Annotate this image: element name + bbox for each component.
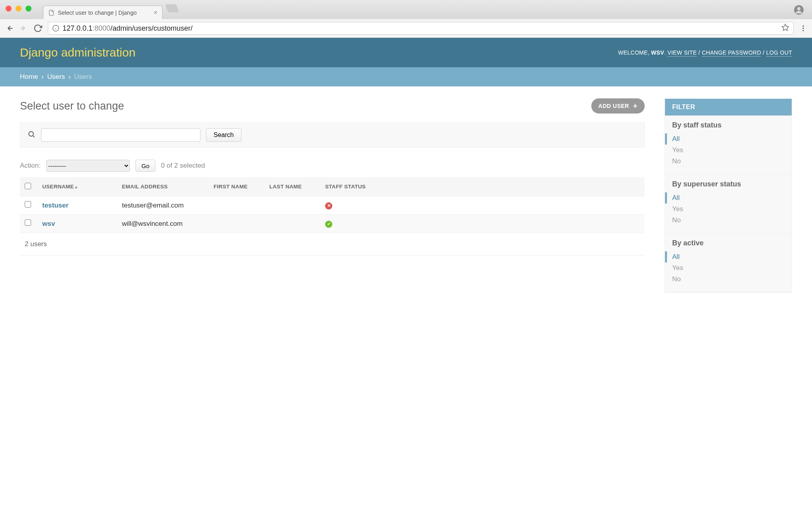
close-tab-icon[interactable]: × — [154, 9, 157, 16]
svg-line-12 — [33, 136, 35, 137]
filter-option[interactable]: Yes — [672, 262, 785, 274]
address-bar[interactable]: 127.0.0.1:8000/admin/users/customuser/ — [48, 22, 794, 35]
col-last-name[interactable]: LAST NAME — [265, 177, 320, 196]
plus-icon: + — [633, 102, 637, 110]
filter-group-label: By superuser status — [672, 180, 785, 188]
filter-option[interactable]: All — [665, 192, 785, 204]
check-icon: ✓ — [325, 221, 332, 228]
users-table: USERNAME▲ EMAIL ADDRESS FIRST NAME LAST … — [20, 177, 645, 233]
bookmark-star-icon[interactable] — [781, 23, 789, 33]
browser-menu-button[interactable] — [799, 24, 807, 32]
window-controls — [6, 6, 31, 12]
filter-option[interactable]: No — [672, 215, 785, 226]
user-tools: WELCOME, WSV. VIEW SITE / CHANGE PASSWOR… — [618, 49, 792, 56]
page-title: Select user to change — [20, 100, 124, 112]
svg-marker-7 — [782, 24, 789, 30]
cell-email: testuser@email.com — [117, 196, 209, 215]
cell-first-name — [209, 215, 265, 233]
cell-email: will@wsvincent.com — [117, 215, 209, 233]
filter-option[interactable]: No — [672, 274, 785, 285]
profile-icon[interactable] — [794, 5, 804, 15]
browser-tab-bar: Select user to change | Django × — [0, 0, 812, 19]
site-info-icon[interactable] — [52, 25, 59, 32]
url-host: 127.0.0.1:8000/admin/users/customuser/ — [63, 24, 192, 33]
svg-point-11 — [29, 131, 33, 136]
django-header: Django administration WELCOME, WSV. VIEW… — [0, 38, 812, 67]
cell-last-name — [265, 196, 320, 215]
user-link[interactable]: testuser — [42, 202, 69, 209]
filter-option[interactable]: Yes — [672, 204, 785, 215]
new-tab-button[interactable] — [165, 4, 179, 12]
select-all-checkbox[interactable] — [25, 183, 31, 189]
col-first-name[interactable]: FIRST NAME — [209, 177, 265, 196]
user-link[interactable]: wsv — [42, 220, 55, 227]
svg-point-9 — [802, 27, 804, 29]
search-input[interactable] — [41, 128, 200, 142]
svg-point-1 — [797, 7, 801, 10]
paginator: 2 users — [20, 233, 645, 256]
action-select[interactable]: --------- — [46, 160, 130, 172]
filter-option[interactable]: Yes — [672, 145, 785, 156]
add-user-button[interactable]: ADD USER + — [591, 98, 645, 114]
browser-toolbar: 127.0.0.1:8000/admin/users/customuser/ — [0, 19, 812, 38]
col-username[interactable]: USERNAME — [42, 184, 74, 190]
username-display: WSV — [651, 49, 664, 56]
go-button[interactable]: Go — [135, 160, 155, 172]
table-row: testusertestuser@email.com✕ — [20, 196, 645, 215]
cross-icon: ✕ — [325, 202, 332, 210]
search-button[interactable]: Search — [206, 128, 241, 142]
cell-first-name — [209, 196, 265, 215]
table-row: wsvwill@wsvincent.com✓ — [20, 215, 645, 233]
page-icon — [48, 10, 55, 16]
row-checkbox[interactable] — [25, 219, 31, 226]
actions-row: Action: --------- Go 0 of 2 selected — [20, 160, 645, 172]
close-window-icon[interactable] — [6, 6, 12, 12]
welcome-text: WELCOME, — [618, 49, 651, 56]
change-password-link[interactable]: CHANGE PASSWORD — [702, 49, 761, 57]
add-user-label: ADD USER — [598, 103, 629, 109]
cell-last-name — [265, 215, 320, 233]
logout-link[interactable]: LOG OUT — [766, 49, 792, 57]
search-icon — [27, 130, 35, 140]
filter-group: By activeAllYesNo — [665, 233, 792, 292]
row-checkbox[interactable] — [25, 201, 31, 208]
selection-count: 0 of 2 selected — [161, 162, 205, 170]
filter-group: By staff statusAllYesNo — [665, 116, 792, 174]
tab-title: Select user to change | Django — [58, 10, 137, 16]
filter-title: FILTER — [665, 99, 792, 116]
filter-option[interactable]: All — [665, 133, 785, 145]
filter-option[interactable]: All — [665, 251, 785, 262]
forward-button — [19, 24, 28, 33]
sort-asc-icon[interactable]: ▲ — [74, 184, 78, 189]
view-site-link[interactable]: VIEW SITE — [667, 49, 697, 57]
minimize-window-icon[interactable] — [16, 6, 22, 12]
col-staff-status[interactable]: STAFF STATUS — [320, 177, 645, 196]
filter-group-label: By active — [672, 239, 785, 247]
svg-point-8 — [802, 25, 804, 27]
breadcrumb: Home › Users › Users — [0, 67, 812, 86]
filter-group: By superuser statusAllYesNo — [665, 174, 792, 233]
filter-option[interactable]: No — [672, 156, 785, 167]
search-bar: Search — [20, 122, 645, 148]
reload-button[interactable] — [33, 24, 42, 33]
site-title: Django administration — [20, 46, 135, 59]
filter-group-label: By staff status — [672, 121, 785, 129]
maximize-window-icon[interactable] — [25, 6, 31, 12]
filter-panel: FILTER By staff statusAllYesNoBy superus… — [665, 98, 792, 293]
breadcrumb-home[interactable]: Home — [20, 73, 38, 80]
browser-tab[interactable]: Select user to change | Django × — [43, 6, 163, 19]
back-button[interactable] — [5, 24, 14, 33]
svg-point-10 — [802, 30, 804, 31]
breadcrumb-app[interactable]: Users — [47, 73, 65, 80]
action-label: Action: — [20, 162, 41, 170]
breadcrumb-current: Users — [74, 73, 92, 80]
col-email[interactable]: EMAIL ADDRESS — [117, 177, 209, 196]
